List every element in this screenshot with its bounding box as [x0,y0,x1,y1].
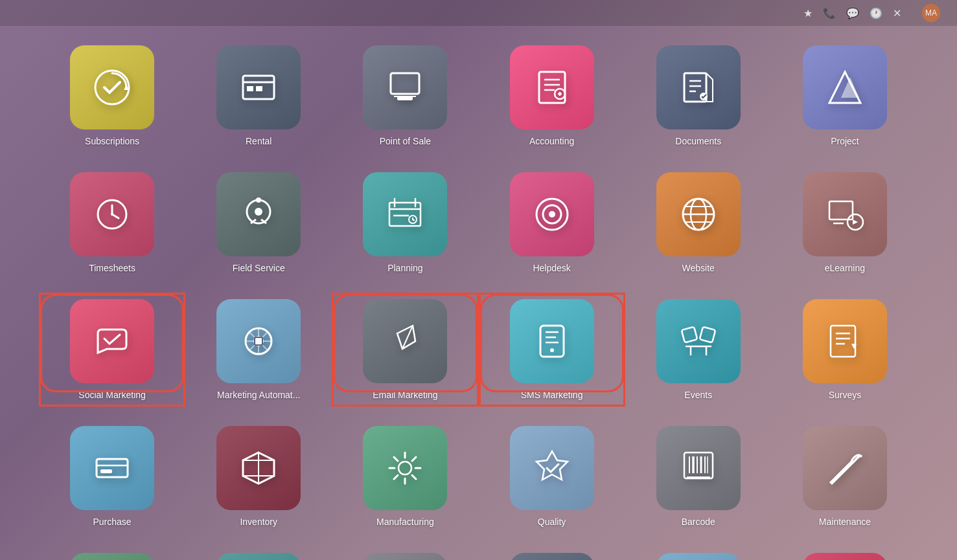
app-item-employees2[interactable]: Employees [625,546,772,560]
app-icon-quality [510,426,594,510]
app-item-purchase[interactable]: Purchase [39,420,185,533]
app-label-quality: Quality [538,517,566,527]
app-item-surveys[interactable]: Surveys [772,293,918,407]
app-icon-project [803,45,887,129]
app-icon-employees2 [656,553,741,560]
app-item-accounting[interactable]: Accounting [479,39,625,153]
app-item-documents[interactable]: Documents [625,39,772,153]
app-label-email-marketing: Email Marketing [373,390,437,400]
app-label-point-of-sale: Point of Sale [380,136,431,146]
app-icon-accounting [510,45,594,129]
app-item-sms-marketing[interactable]: SMS Marketing [479,293,625,407]
clock-icon[interactable]: 🕐 [870,7,882,19]
app-label-barcode: Barcode [682,517,715,527]
app-item-iot[interactable]: IoT [185,546,332,560]
app-item-repairs[interactable]: Repairs [39,546,185,560]
svg-rect-68 [100,469,112,473]
app-label-website: Website [682,263,715,273]
app-label-events: Events [684,390,712,400]
svg-rect-73 [684,453,713,478]
app-label-planning: Planning [387,263,423,273]
app-item-website[interactable]: Website [625,166,772,280]
app-icon-marketing-automation [216,299,301,383]
app-item-field-service[interactable]: Field Service [185,166,332,280]
app-label-sms-marketing: SMS Marketing [521,390,583,400]
app-icon-documents [656,45,741,129]
chat-icon[interactable]: 💬 [846,7,859,19]
app-item-helpdesk[interactable]: Helpdesk [479,166,625,280]
app-grid: SubscriptionsRentalPoint of SaleAccounti… [0,26,957,560]
svg-rect-58 [699,327,715,342]
svg-point-24 [111,213,113,216]
app-icon-subscriptions [70,45,154,129]
app-icon-field-service [216,172,301,256]
app-item-inventory[interactable]: Inventory [185,420,332,533]
svg-rect-62 [831,326,855,357]
app-item-marketing-automation[interactable]: Marketing Automat... [185,293,332,407]
app-item-studio[interactable]: Studio [479,546,625,560]
app-label-elearning: eLearning [825,263,865,273]
topbar: ★ 📞 💬 🕐 ✕ MA [0,0,957,26]
app-item-rental[interactable]: Rental [185,39,332,153]
star-icon[interactable]: ★ [803,7,813,19]
app-item-elearning[interactable]: eLearning [772,166,918,280]
app-icon-email-marketing [363,299,447,383]
app-item-timesheets[interactable]: Timesheets [39,166,185,280]
svg-point-38 [549,211,555,218]
app-icon-social-marketing [70,299,154,383]
app-item-planning[interactable]: Planning [332,166,478,280]
app-icon-iot [216,553,301,560]
svg-point-72 [398,462,411,475]
app-label-helpdesk: Helpdesk [533,263,570,273]
app-item-subscriptions[interactable]: Subscriptions [39,39,185,153]
app-icon-manufacturing [363,426,447,510]
app-icon-purchase [70,426,154,510]
app-item-email-marketing[interactable]: Email Marketing [332,293,478,407]
app-label-surveys: Surveys [829,390,862,400]
app-icon-planning [363,172,447,256]
app-icon-timesheets [70,172,154,256]
app-label-accounting: Accounting [529,136,574,146]
app-item-sign[interactable]: Sign [332,546,478,560]
phone-icon[interactable]: 📞 [823,7,836,19]
app-icon-sms-marketing [510,299,594,383]
app-item-events[interactable]: Events [625,293,772,407]
app-item-quality[interactable]: Quality [479,420,625,533]
app-item-project[interactable]: Project [772,39,918,153]
svg-rect-57 [681,327,697,342]
app-label-subscriptions: Subscriptions [85,136,139,146]
settings-icon[interactable]: ✕ [893,7,901,19]
app-label-maintenance: Maintenance [819,517,871,527]
svg-rect-5 [256,86,262,91]
app-label-documents: Documents [675,136,721,146]
app-icon-surveys [803,299,887,383]
app-item-point-of-sale[interactable]: Point of Sale [332,39,478,153]
svg-rect-6 [391,73,419,94]
app-item-barcode[interactable]: Barcode [625,420,772,533]
app-icon-repairs [70,553,154,560]
app-label-field-service: Field Service [233,263,285,273]
app-icon-maintenance [803,426,887,510]
app-icon-point-of-sale [363,45,447,129]
app-label-purchase: Purchase [93,517,132,527]
svg-point-0 [95,71,129,104]
app-label-social-marketing: Social Marketing [78,390,146,400]
app-label-inventory: Inventory [240,517,277,527]
app-item-payroll[interactable]: $Payroll [772,546,918,560]
svg-rect-4 [247,86,253,91]
svg-point-26 [255,208,262,216]
app-label-manufacturing: Manufacturing [376,517,434,527]
app-item-maintenance[interactable]: Maintenance [772,420,918,533]
app-item-social-marketing[interactable]: Social Marketing [39,293,185,407]
app-label-rental: Rental [246,136,271,146]
app-icon-website [656,172,741,256]
app-label-project: Project [831,136,859,146]
app-label-timesheets: Timesheets [89,263,135,273]
user-menu[interactable]: MA [922,4,944,22]
app-icon-rental [216,45,301,129]
app-icon-elearning [803,172,887,256]
app-icon-helpdesk [510,172,594,256]
app-item-manufacturing[interactable]: Manufacturing [332,420,478,533]
svg-point-56 [550,348,554,352]
svg-point-27 [256,197,261,203]
